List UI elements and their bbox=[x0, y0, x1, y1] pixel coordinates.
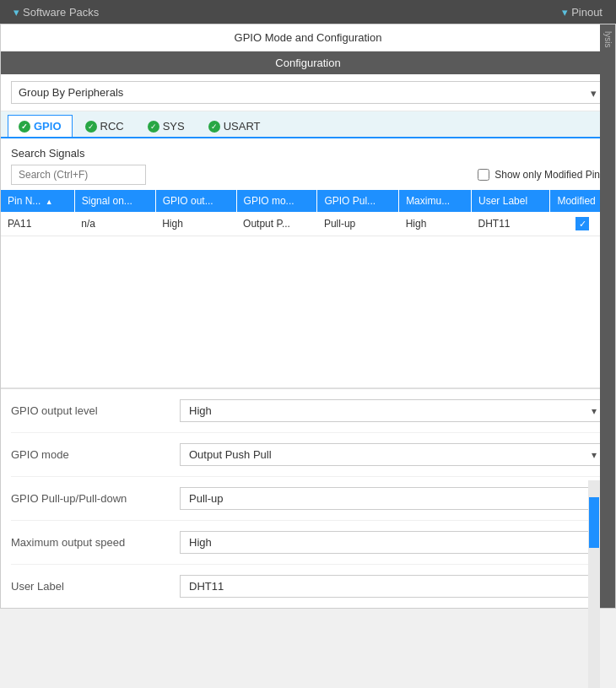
usart-tab-icon: ✓ bbox=[208, 121, 220, 133]
tab-rcc-label: RCC bbox=[100, 120, 124, 133]
cell-signal: n/a bbox=[74, 212, 155, 236]
group-by-select-wrapper: Group By Peripherals Group By Mode bbox=[11, 81, 605, 104]
col-user-label[interactable]: User Label bbox=[472, 190, 550, 212]
cell-gpio-pull: Pull-up bbox=[317, 212, 399, 236]
prop-label-user-label: User Label bbox=[11, 580, 180, 593]
user-label-input[interactable] bbox=[180, 575, 605, 598]
col-max-speed[interactable]: Maximu... bbox=[399, 190, 472, 212]
chevron-down-icon2: ▾ bbox=[562, 6, 568, 19]
scrollbar-track[interactable] bbox=[588, 480, 600, 688]
show-modified-text: Show only Modified Pins bbox=[494, 169, 605, 181]
empty-table-area bbox=[1, 236, 615, 388]
tab-usart[interactable]: ✓ USART bbox=[197, 115, 272, 137]
side-tab: lysis bbox=[600, 24, 615, 608]
sort-icon: ▲ bbox=[46, 198, 53, 206]
prop-value-user-label bbox=[180, 575, 605, 598]
cell-max-speed: High bbox=[399, 212, 472, 236]
prop-gpio-mode: GPIO mode Output Push Pull Output Open D… bbox=[11, 433, 605, 477]
table-section: Pin N... ▲ Signal on... GPIO out... GPIO… bbox=[1, 190, 615, 236]
group-by-row: Group By Peripherals Group By Mode bbox=[1, 74, 615, 111]
prop-label-max-speed: Maximum output speed bbox=[11, 536, 180, 549]
modified-checkbox: ✓ bbox=[575, 217, 589, 230]
cell-gpio-out: High bbox=[155, 212, 236, 236]
prop-user-label: User Label bbox=[11, 565, 605, 608]
properties-section: GPIO output level High Low ▾ GPIO mode O… bbox=[1, 388, 615, 608]
config-header: Configuration bbox=[1, 51, 615, 74]
gpio-tab-icon: ✓ bbox=[19, 121, 30, 133]
group-by-select[interactable]: Group By Peripherals Group By Mode bbox=[11, 81, 605, 104]
gpio-pullup-select[interactable]: Pull-up No pull-up and no pull-down Pull… bbox=[180, 487, 605, 510]
tab-usart-label: USART bbox=[224, 120, 261, 133]
cell-pin: PA11 bbox=[1, 212, 74, 236]
top-bar: ▾ Software Packs ▾ Pinout bbox=[0, 0, 616, 24]
prop-label-gpio-pullup: GPIO Pull-up/Pull-down bbox=[11, 492, 180, 505]
show-modified-checkbox[interactable] bbox=[478, 169, 489, 181]
main-container: GPIO Mode and Configuration Configuratio… bbox=[0, 24, 616, 609]
cell-gpio-mode: Output P... bbox=[236, 212, 317, 236]
prop-value-gpio-mode: Output Push Pull Output Open Drain ▾ bbox=[180, 443, 605, 466]
prop-label-gpio-output-level: GPIO output level bbox=[11, 404, 180, 417]
table-row: PA11 n/a High Output P... Pull-up High D… bbox=[1, 212, 615, 236]
search-section: Search Signals Show only Modified Pins bbox=[1, 138, 615, 190]
side-tab-label: lysis bbox=[603, 31, 613, 47]
rcc-tab-icon: ✓ bbox=[85, 121, 97, 133]
prop-value-gpio-output-level: High Low ▾ bbox=[180, 399, 605, 422]
col-gpio-out[interactable]: GPIO out... bbox=[155, 190, 236, 212]
col-gpio-mode[interactable]: GPIO mo... bbox=[236, 190, 317, 212]
search-row: Show only Modified Pins bbox=[11, 165, 605, 185]
scrollbar-thumb[interactable] bbox=[589, 497, 599, 548]
col-pin[interactable]: Pin N... ▲ bbox=[1, 190, 74, 212]
software-packs-label: Software Packs bbox=[23, 6, 99, 19]
prop-value-gpio-pullup: Pull-up No pull-up and no pull-down Pull… bbox=[180, 487, 605, 510]
pinout-label: Pinout bbox=[571, 6, 602, 19]
tab-sys-label: SYS bbox=[163, 120, 185, 133]
col-gpio-pull[interactable]: GPIO Pul... bbox=[317, 190, 399, 212]
gpio-title: GPIO Mode and Configuration bbox=[1, 24, 615, 51]
col-signal[interactable]: Signal on... bbox=[74, 190, 155, 212]
tab-gpio-label: GPIO bbox=[34, 120, 62, 133]
software-packs-item[interactable]: ▾ Software Packs bbox=[14, 6, 99, 19]
max-speed-select[interactable]: High Low Medium Very High bbox=[180, 531, 605, 554]
tab-gpio[interactable]: ✓ GPIO bbox=[8, 115, 73, 137]
prop-gpio-output-level: GPIO output level High Low ▾ bbox=[11, 389, 605, 433]
table-header-row: Pin N... ▲ Signal on... GPIO out... GPIO… bbox=[1, 190, 615, 212]
cell-user-label: DHT11 bbox=[472, 212, 550, 236]
prop-label-gpio-mode: GPIO mode bbox=[11, 448, 180, 461]
gpio-output-level-select[interactable]: High Low bbox=[180, 399, 605, 422]
prop-max-speed: Maximum output speed High Low Medium Ver… bbox=[11, 521, 605, 565]
chevron-down-icon: ▾ bbox=[14, 6, 19, 19]
prop-gpio-pullup: GPIO Pull-up/Pull-down Pull-up No pull-u… bbox=[11, 477, 605, 521]
show-modified-label[interactable]: Show only Modified Pins bbox=[478, 169, 605, 181]
tabs-bar: ✓ GPIO ✓ RCC ✓ SYS ✓ USART bbox=[1, 111, 615, 138]
tab-sys[interactable]: ✓ SYS bbox=[137, 115, 196, 137]
pinout-item[interactable]: ▾ Pinout bbox=[562, 6, 602, 19]
prop-value-max-speed: High Low Medium Very High ▾ bbox=[180, 531, 605, 554]
tab-rcc[interactable]: ✓ RCC bbox=[74, 115, 135, 137]
gpio-table: Pin N... ▲ Signal on... GPIO out... GPIO… bbox=[1, 190, 615, 236]
search-input[interactable] bbox=[11, 165, 146, 185]
sys-tab-icon: ✓ bbox=[148, 121, 159, 133]
search-label: Search Signals bbox=[11, 147, 605, 160]
gpio-mode-select[interactable]: Output Push Pull Output Open Drain bbox=[180, 443, 605, 466]
